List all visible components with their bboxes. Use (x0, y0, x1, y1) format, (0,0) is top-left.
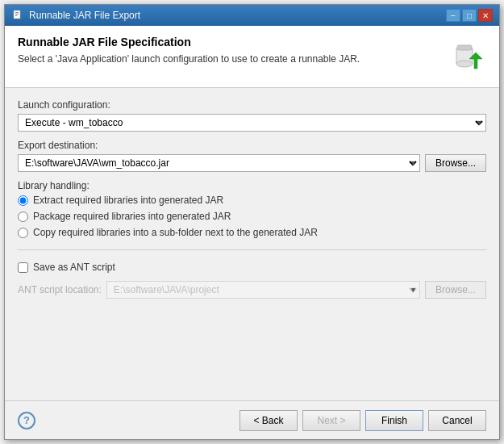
export-dest-row: E:\software\JAVA\wm_tobacco.jar Browse..… (18, 154, 486, 172)
library-handling-group: Library handling: Extract required libra… (18, 180, 486, 238)
dialog-content: Runnable JAR File Specification Select a… (5, 26, 499, 439)
ant-location-label: ANT script location: (18, 284, 102, 295)
radio-group: Extract required libraries into generate… (18, 195, 486, 238)
cancel-button[interactable]: Cancel (428, 410, 486, 431)
radio-package[interactable]: Package required libraries into generate… (18, 211, 486, 222)
ant-location-row: ANT script location: E:\software\JAVA\pr… (18, 281, 486, 299)
export-dest-group: Export destination: E:\software\JAVA\wm_… (18, 140, 486, 172)
title-bar: Runnable JAR File Export − □ ✕ (5, 5, 499, 26)
export-dest-label: Export destination: (18, 140, 486, 151)
radio-package-input[interactable] (18, 212, 28, 222)
footer: ? < Back Next > Finish Cancel (5, 400, 499, 439)
svg-point-6 (456, 61, 473, 67)
ant-browse-button: Browse... (425, 281, 486, 299)
launch-config-dropdown-wrapper: Execute - wm_tobacco (18, 114, 486, 132)
ant-location-select: E:\software\JAVA\project (106, 281, 420, 299)
next-button[interactable]: Next > (302, 410, 360, 431)
radio-copy-input[interactable] (18, 228, 28, 238)
back-button[interactable]: < Back (240, 410, 298, 431)
launch-config-select[interactable]: Execute - wm_tobacco (18, 114, 486, 132)
dialog-title: Runnable JAR File Specification (18, 36, 446, 48)
svg-rect-3 (15, 15, 17, 16)
jar-icon (446, 36, 486, 76)
svg-rect-1 (15, 12, 19, 13)
minimize-button[interactable]: − (446, 9, 460, 22)
close-button[interactable]: ✕ (478, 9, 493, 22)
ant-script-checkbox[interactable] (18, 262, 28, 273)
window-controls: − □ ✕ (446, 9, 493, 22)
header-text: Runnable JAR File Specification Select a… (18, 36, 446, 65)
window-icon (11, 9, 24, 22)
launch-config-label: Launch configuration: (18, 99, 486, 111)
radio-copy[interactable]: Copy required libraries into a sub-folde… (18, 227, 486, 238)
library-handling-label: Library handling: (18, 180, 486, 191)
ant-script-checkbox-row[interactable]: Save as ANT script (18, 262, 486, 273)
svg-rect-7 (457, 45, 472, 50)
maximize-button[interactable]: □ (462, 9, 477, 22)
export-dest-select[interactable]: E:\software\JAVA\wm_tobacco.jar (18, 154, 420, 172)
export-browse-button[interactable]: Browse... (425, 154, 486, 172)
ant-script-label: Save as ANT script (33, 262, 115, 273)
dialog-description: Select a 'Java Application' launch confi… (18, 53, 446, 65)
launch-config-group: Launch configuration: Execute - wm_tobac… (18, 99, 486, 132)
divider (18, 249, 486, 250)
window-title: Runnable JAR File Export (29, 10, 140, 21)
help-button[interactable]: ? (18, 412, 35, 429)
finish-button[interactable]: Finish (365, 410, 423, 431)
export-dest-dropdown-wrapper: E:\software\JAVA\wm_tobacco.jar (18, 154, 420, 172)
radio-extract-label: Extract required libraries into generate… (33, 195, 223, 206)
radio-copy-label: Copy required libraries into a sub-folde… (33, 227, 318, 238)
header-section: Runnable JAR File Specification Select a… (5, 26, 499, 88)
footer-buttons: < Back Next > Finish Cancel (240, 410, 486, 431)
form-section: Launch configuration: Execute - wm_tobac… (5, 88, 499, 400)
main-window: Runnable JAR File Export − □ ✕ Runnable … (4, 4, 500, 440)
footer-left: ? (18, 412, 35, 429)
radio-extract[interactable]: Extract required libraries into generate… (18, 195, 486, 206)
svg-rect-2 (15, 14, 19, 15)
radio-extract-input[interactable] (18, 195, 28, 206)
ant-location-dropdown-wrapper: E:\software\JAVA\project (106, 281, 420, 299)
radio-package-label: Package required libraries into generate… (33, 211, 231, 222)
